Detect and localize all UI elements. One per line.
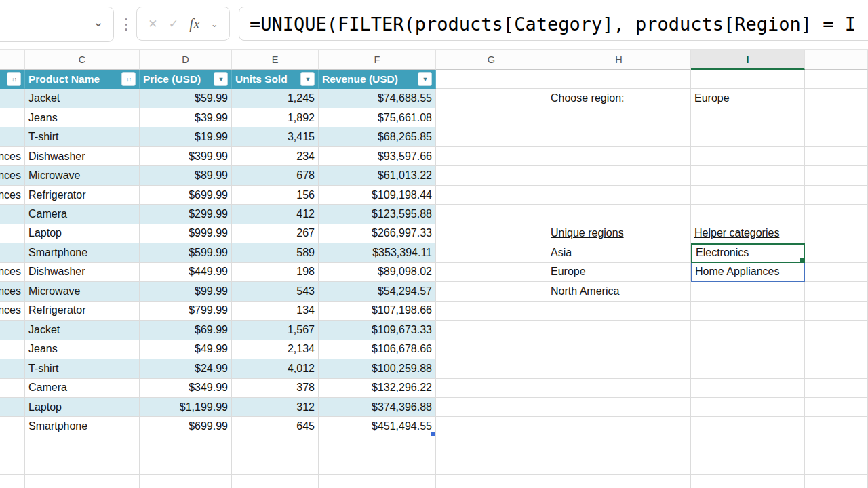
product-name-cell[interactable]: T-shirt [25, 127, 140, 146]
category-fragment-cell[interactable] [0, 205, 25, 224]
cell[interactable] [232, 436, 319, 455]
revenue-cell[interactable]: $100,259.88 [319, 359, 436, 378]
revenue-cell[interactable]: $107,198.66 [319, 302, 436, 321]
revenue-cell[interactable]: $54,294.57 [319, 282, 436, 301]
filter-dropdown-icon[interactable]: ▼ [418, 72, 432, 86]
revenue-cell[interactable]: $109,673.33 [319, 321, 436, 340]
price-cell[interactable]: $399.99 [140, 147, 232, 166]
category-fragment-cell[interactable]: nces [0, 263, 25, 282]
price-cell[interactable]: $19.99 [140, 127, 232, 146]
units-sold-cell[interactable]: 267 [232, 224, 319, 243]
cell[interactable] [319, 455, 436, 474]
cancel-icon[interactable]: ✕ [148, 17, 157, 31]
cell[interactable] [805, 263, 868, 282]
cell[interactable] [805, 379, 868, 398]
price-cell[interactable]: $49.99 [140, 340, 232, 359]
cell[interactable] [805, 340, 868, 359]
revenue-cell[interactable]: $374,396.88 [319, 398, 436, 417]
units-sold-cell[interactable]: 589 [232, 243, 319, 262]
column-header-D[interactable]: D [140, 50, 232, 70]
units-sold-cell[interactable]: 543 [232, 282, 319, 301]
cell[interactable] [232, 455, 319, 474]
cell[interactable] [436, 243, 547, 262]
cell[interactable] [805, 205, 868, 224]
cell[interactable] [436, 302, 547, 321]
product-name-cell[interactable]: Refrigerator [25, 186, 140, 205]
cell[interactable] [436, 205, 547, 224]
price-cell[interactable]: $599.99 [140, 243, 232, 262]
enter-icon[interactable]: ✓ [169, 17, 178, 31]
revenue-cell[interactable]: $451,494.55 [319, 417, 436, 436]
category-fragment-cell[interactable]: nces [0, 186, 25, 205]
units-sold-cell[interactable]: 645 [232, 417, 319, 436]
cell[interactable] [691, 321, 805, 340]
table-header-cell[interactable]: Units Sold▼ [232, 70, 319, 89]
cell[interactable] [232, 475, 319, 488]
sort-filter-icon[interactable]: ↓↑ [121, 72, 136, 86]
cell[interactable] [691, 186, 805, 205]
formula-input[interactable]: =UNIQUE(FILTER(products[Category], produ… [239, 7, 868, 41]
product-name-cell[interactable]: Camera [25, 379, 140, 398]
cell[interactable] [436, 186, 547, 205]
name-box-chevron-icon[interactable]: ⌄ [93, 14, 104, 30]
sort-filter-icon[interactable]: ↓↑ [7, 72, 21, 86]
cell[interactable] [547, 475, 691, 488]
units-sold-cell[interactable]: 1,245 [232, 89, 319, 108]
price-cell[interactable]: $699.99 [140, 186, 232, 205]
cell[interactable] [805, 359, 868, 378]
cell[interactable] [436, 263, 547, 282]
cell[interactable] [547, 166, 691, 185]
price-cell[interactable]: $999.99 [140, 224, 232, 243]
price-cell[interactable]: $89.99 [140, 166, 232, 185]
category-fragment-cell[interactable]: nces [0, 282, 25, 301]
cell[interactable] [436, 436, 547, 455]
cell[interactable] [547, 205, 691, 224]
units-sold-cell[interactable]: 312 [232, 398, 319, 417]
cell[interactable] [436, 398, 547, 417]
units-sold-cell[interactable]: 156 [232, 186, 319, 205]
cell[interactable] [436, 321, 547, 340]
product-name-cell[interactable]: Microwave [25, 282, 140, 301]
revenue-cell[interactable]: $68,265.85 [319, 127, 436, 146]
cell[interactable] [805, 398, 868, 417]
category-fragment-cell[interactable] [0, 224, 25, 243]
column-header-partial[interactable] [805, 50, 868, 70]
column-header-H[interactable]: H [547, 50, 691, 70]
product-name-cell[interactable]: Laptop [25, 398, 140, 417]
cell[interactable] [436, 147, 547, 166]
cell[interactable] [691, 340, 805, 359]
cell[interactable] [805, 321, 868, 340]
cell[interactable] [547, 108, 691, 127]
cell[interactable] [691, 108, 805, 127]
category-fragment-cell[interactable] [0, 340, 25, 359]
category-fragment-cell[interactable] [0, 127, 25, 146]
product-name-cell[interactable]: T-shirt [25, 359, 140, 378]
table-header-cell[interactable]: ↓↑ [0, 70, 25, 89]
category-fragment-cell[interactable] [0, 417, 25, 436]
table-header-cell[interactable]: Revenue (USD)▼ [319, 70, 436, 89]
product-name-cell[interactable]: Smartphone [25, 417, 140, 436]
cell[interactable] [691, 379, 805, 398]
revenue-cell[interactable]: $75,661.08 [319, 108, 436, 127]
price-cell[interactable]: $349.99 [140, 379, 232, 398]
product-name-cell[interactable]: Camera [25, 205, 140, 224]
revenue-cell[interactable]: $74,688.55 [319, 89, 436, 108]
column-header-G[interactable]: G [436, 50, 547, 70]
category-fragment-cell[interactable]: nces [0, 302, 25, 321]
filter-dropdown-icon[interactable]: ▼ [300, 72, 315, 86]
price-cell[interactable]: $99.99 [140, 282, 232, 301]
cell[interactable] [547, 186, 691, 205]
units-sold-cell[interactable]: 3,415 [232, 127, 319, 146]
units-sold-cell[interactable]: 134 [232, 302, 319, 321]
cell[interactable] [436, 70, 547, 89]
units-sold-cell[interactable]: 1,892 [232, 108, 319, 127]
revenue-cell[interactable]: $266,997.33 [319, 224, 436, 243]
product-name-cell[interactable]: Jacket [25, 321, 140, 340]
cell[interactable] [436, 379, 547, 398]
cell[interactable] [805, 224, 868, 243]
revenue-cell[interactable]: $109,198.44 [319, 186, 436, 205]
cell[interactable] [691, 166, 805, 185]
cell[interactable] [691, 417, 805, 436]
cell[interactable] [436, 475, 547, 488]
unique-region-cell[interactable]: Europe [547, 263, 691, 282]
